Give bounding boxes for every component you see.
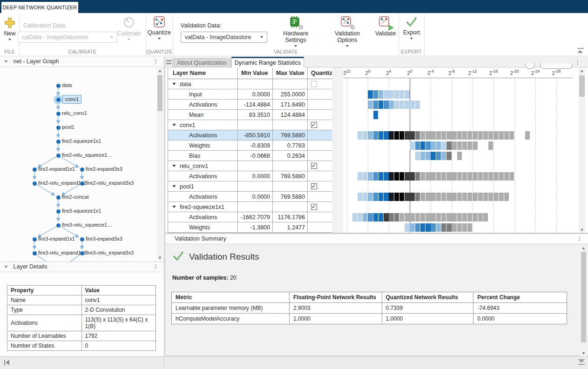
quantize-checkbox[interactable] — [311, 163, 317, 169]
validation-options-button[interactable]: ⚙ Validation Options — [324, 16, 371, 47]
scroll-up-icon[interactable]: ▲ — [580, 245, 587, 251]
scroll-down-icon[interactable]: ▼ — [580, 350, 587, 356]
expand-collapse-icon[interactable] — [172, 124, 176, 126]
collapse-triangle-icon[interactable] — [4, 60, 8, 63]
stats-row-activations[interactable]: Activations-124.4884171.6490 — [168, 100, 332, 110]
graph-node-label-fire2-expand1x1[interactable]: fire2-expand1x1 — [38, 166, 75, 173]
graph-node-dot[interactable] — [80, 181, 84, 186]
quantize-button[interactable]: Quantize — [146, 16, 172, 47]
graph-node-label-fire3-squeeze1x1[interactable]: fire3-squeeze1x1 — [62, 208, 101, 215]
stats-row-relu-conv1[interactable]: relu_conv1 — [168, 161, 332, 171]
graph-node-dot[interactable] — [56, 223, 61, 228]
quantize-checkbox[interactable] — [311, 81, 317, 87]
graph-node-label-pool1[interactable]: pool1 — [62, 124, 74, 131]
stats-row-conv1[interactable]: conv1 — [168, 120, 332, 130]
graph-node-label-relu-conv1[interactable]: relu_conv1 — [62, 110, 87, 117]
graph-node-label-fire3-relu-squeeze1-[interactable]: fire3-relu_squeeze1… — [62, 221, 112, 228]
graph-node-dot[interactable] — [80, 251, 84, 255]
validation-scrollbar[interactable]: ▲ ▼ — [580, 245, 587, 356]
tab-dynamic-range-statistics[interactable]: Dynamic Range Statistics — [231, 57, 304, 67]
collapse-left-icon[interactable] — [4, 359, 10, 367]
graph-node-dot[interactable] — [33, 251, 37, 255]
stats-row-data[interactable]: data — [168, 79, 332, 89]
validation-data-combo[interactable]: valData - ImageDatastore — [181, 32, 267, 43]
expand-collapse-icon[interactable] — [172, 185, 176, 188]
graph-node-dot[interactable] — [56, 195, 61, 200]
graph-node-dot[interactable] — [56, 126, 61, 130]
stats-row-bias[interactable]: Bias-0.06680.2634 — [168, 151, 332, 161]
scroll-down-icon[interactable]: ▼ — [579, 227, 585, 233]
graph-node-label-fire2-relu-expand3x3[interactable]: fire2-relu_expand3x3 — [86, 180, 134, 187]
collapse-bottom-icon[interactable] — [578, 359, 585, 366]
stats-header-max-value[interactable]: Max Value — [273, 67, 308, 79]
export-dropdown-caret[interactable] — [410, 38, 413, 40]
graph-node-dot[interactable] — [56, 84, 61, 88]
graph-node-label-fire2-relu-squeeze1-[interactable]: fire2-relu_squeeze1… — [62, 152, 112, 159]
graph-node-label-fire3-expand1x1[interactable]: fire3-expand1x1 — [38, 235, 75, 242]
graph-node-dot[interactable] — [56, 154, 61, 158]
graph-node-label-fire2-concat[interactable]: fire2-concat — [62, 194, 88, 201]
stats-row-fire2-squeeze1x1[interactable]: fire2-squeeze1x1 — [168, 202, 332, 212]
expand-collapse-icon[interactable] — [172, 83, 176, 85]
graph-node-dot[interactable] — [33, 168, 37, 172]
kebab-menu-icon[interactable]: ⋮ — [153, 263, 159, 269]
stats-row-activations[interactable]: Activations-850.5910769.5880 — [168, 130, 332, 141]
quantize-checkbox[interactable] — [311, 204, 317, 210]
graph-node-dot[interactable] — [56, 98, 61, 102]
stats-row-weights[interactable]: Weights-1.38001.2477 — [168, 222, 332, 233]
plot-tool-button-partial[interactable] — [525, 63, 535, 69]
tab-bar-menu-icon[interactable] — [166, 60, 171, 64]
graph-node-label-fire3-relu-expand1x1[interactable]: fire3-relu_expand1x1 — [38, 249, 86, 256]
stats-row-input[interactable]: Input0.0000255.0000 — [168, 89, 332, 100]
graph-node-label-fire2-expand3x3[interactable]: fire2-expand3x3 — [86, 166, 122, 173]
stats-header-quantize[interactable]: Quantize — [308, 67, 332, 79]
stats-row-activations[interactable]: Activations0.0000769.5880 — [168, 171, 332, 181]
export-button[interactable]: Export — [399, 16, 424, 47]
graph-node-label-fire3-relu-expand3x3[interactable]: fire3-relu_expand3x3 — [86, 249, 134, 256]
stats-row-activations[interactable]: Activations0.0000769.5880 — [168, 192, 332, 202]
graph-node-dot[interactable] — [80, 168, 84, 172]
graph-node-dot[interactable] — [33, 237, 37, 242]
quantize-checkbox[interactable] — [311, 122, 317, 128]
scroll-up-icon[interactable]: ▲ — [157, 68, 163, 74]
quantize-checkbox[interactable] — [311, 183, 317, 189]
graph-node-label-data[interactable]: data — [62, 82, 72, 89]
tab-about-quantization[interactable]: About Quantization — [172, 58, 231, 67]
graph-node-label-fire3-expand3x3[interactable]: fire3-expand3x3 — [86, 235, 122, 242]
new-dropdown-caret[interactable] — [8, 39, 11, 40]
graph-node-label-fire2-squeeze1x1[interactable]: fire2-squeeze1x1 — [62, 138, 101, 145]
layer-graph-header[interactable]: net - Layer Graph ⋮ — [0, 57, 164, 67]
hardware-settings-button[interactable]: ⚙ Hardware Settings — [272, 16, 319, 47]
validation-options-caret[interactable] — [346, 45, 349, 47]
stats-header-min-value[interactable]: Min Value — [238, 67, 273, 79]
histogram-scrollbar[interactable]: ▲ ▼ — [579, 68, 585, 233]
new-button[interactable]: New — [1, 15, 19, 46]
validation-summary-header[interactable]: Validation Summary ⋮ — [165, 234, 588, 244]
graph-scrollbar[interactable]: ▲ ▼ — [157, 68, 163, 261]
collapse-triangle-icon[interactable] — [4, 266, 8, 268]
quantize-dropdown-caret[interactable] — [158, 38, 161, 40]
validate-button[interactable]: Validate — [372, 16, 399, 47]
expand-collapse-icon[interactable] — [172, 206, 176, 208]
scroll-thumb[interactable] — [581, 252, 586, 342]
layer-graph-canvas[interactable]: dataconv1relu_conv1pool1fire2-squeeze1x1… — [0, 67, 164, 262]
collapse-ribbon-icon[interactable] — [577, 48, 584, 54]
expand-collapse-icon[interactable] — [172, 165, 176, 167]
hardware-settings-caret[interactable] — [294, 45, 297, 47]
graph-node-dot[interactable] — [56, 209, 61, 214]
stats-row-weights[interactable]: Weights-0.83090.7783 — [168, 141, 332, 151]
plot-tool-button-partial[interactable] — [540, 63, 573, 69]
graph-node-label-fire2-relu-expand1x1[interactable]: fire2-relu_expand1x1 — [38, 180, 86, 187]
kebab-menu-icon[interactable]: ⋮ — [574, 59, 581, 65]
stats-row-pool1[interactable]: pool1 — [168, 181, 332, 192]
graph-node-dot[interactable] — [33, 181, 37, 186]
stats-header-layer-name[interactable]: Layer Name — [168, 67, 238, 79]
kebab-menu-icon[interactable]: ⋮ — [153, 58, 159, 64]
scroll-thumb[interactable] — [579, 75, 585, 97]
histogram-plot[interactable]: 2122824202-42-82-122-162-202-242-28 — [343, 67, 577, 233]
graph-node-dot[interactable] — [56, 140, 61, 144]
app-tab[interactable]: DEEP NETWORK QUANTIZER — [1, 2, 78, 13]
layer-details-header[interactable]: Layer Details ⋮ — [0, 262, 164, 272]
scroll-down-icon[interactable]: ▼ — [157, 255, 163, 261]
stats-row-activations[interactable]: Activations-1662.70791176.1786 — [168, 212, 332, 222]
